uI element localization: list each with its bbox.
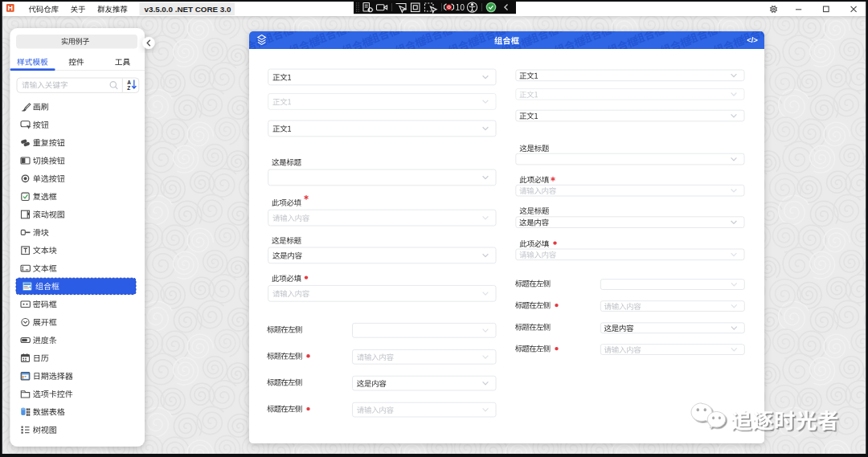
svg-text:v3.5.0.0 .NET CORE 3.0: v3.5.0.0 .NET CORE 3.0 bbox=[145, 5, 231, 14]
svg-text:H: H bbox=[8, 4, 14, 12]
svg-text:Z: Z bbox=[127, 85, 130, 91]
svg-text:A: A bbox=[127, 80, 131, 85]
svg-text:</>: </> bbox=[747, 35, 758, 44]
